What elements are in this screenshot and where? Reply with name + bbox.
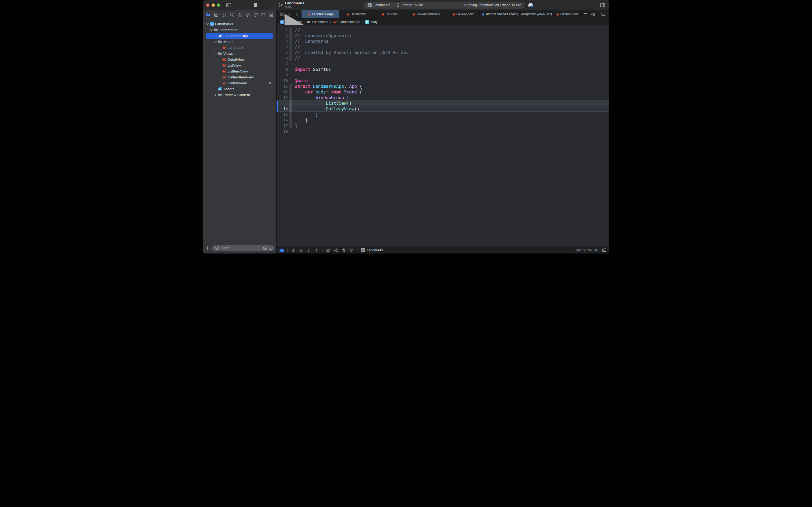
modified-badge: M xyxy=(243,34,246,37)
code-line[interactable]: 16 } xyxy=(277,117,609,123)
navigator-debug-gauge-button[interactable] xyxy=(252,11,259,18)
navigator-project-button[interactable] xyxy=(205,11,212,18)
fold-ribbon xyxy=(289,112,292,117)
code-line[interactable]: 2// LandmarksApp.swift xyxy=(277,33,609,39)
fold-ribbon xyxy=(289,44,292,50)
close-window-button[interactable] xyxy=(206,3,210,7)
disclosure-spacer xyxy=(214,87,217,91)
view-hierarchy-icon[interactable] xyxy=(326,248,330,252)
pause-icon[interactable] xyxy=(291,248,295,252)
tree-item-detailview[interactable]: DetailView xyxy=(203,56,276,62)
app-icon: A xyxy=(361,248,365,252)
memory-graph-icon[interactable] xyxy=(334,248,338,252)
git-branch-icon xyxy=(279,2,283,8)
minimize-window-button[interactable] xyxy=(212,3,215,7)
location-icon[interactable] xyxy=(349,248,354,252)
step-over-icon[interactable] xyxy=(299,248,303,252)
tab-listview[interactable]: ListView xyxy=(372,10,406,18)
code-line[interactable]: 15 } xyxy=(277,112,609,117)
code-line[interactable]: 10@main xyxy=(277,78,609,83)
editor-options-icon[interactable] xyxy=(591,12,595,16)
code-line-highlighted[interactable]: ListView() xyxy=(277,101,609,106)
source-editor[interactable]: 1//2// LandmarksApp.swift3// Landmarks4/… xyxy=(277,25,609,246)
disclosure-down-icon[interactable] xyxy=(214,40,217,44)
toggle-left-sidebar-icon[interactable] xyxy=(226,2,232,8)
tree-item-model[interactable]: Model xyxy=(203,39,276,45)
code-line[interactable]: 1// xyxy=(277,27,609,33)
scheme-selector[interactable]: A Landmarks ⟩ iPhone 15 Pro Running Land… xyxy=(364,2,524,9)
code-text: WindowGroup { xyxy=(295,95,349,101)
tree-item-galleryview[interactable]: GalleryViewM xyxy=(203,80,276,86)
code-line[interactable]: 8import SwiftUI xyxy=(277,67,609,72)
zoom-window-button[interactable] xyxy=(217,3,220,7)
code-line[interactable]: 18 xyxy=(277,129,609,134)
cloud-activity-icon[interactable] xyxy=(527,2,533,8)
navigator-issues-button[interactable] xyxy=(236,11,243,18)
add-editor-icon[interactable] xyxy=(601,12,605,16)
scheme-destination[interactable]: A Landmarks ⟩ iPhone 15 Pro xyxy=(367,3,423,7)
tab-almost-finished-adding-alleryview-d0475b7[interactable]: Almost finished adding...alleryView. (d0… xyxy=(479,10,554,18)
tree-item-assets[interactable]: Assets xyxy=(203,86,276,92)
code-line[interactable]: 9 xyxy=(277,72,609,78)
recent-files-clock-icon[interactable] xyxy=(263,246,267,250)
code-line[interactable]: 13 WindowGroup { xyxy=(277,95,609,101)
tree-item-landmarksapp[interactable]: LandmarksAppM xyxy=(203,33,276,39)
navigator-breakpoints-button[interactable] xyxy=(260,11,267,18)
tab-galleryview[interactable]: GalleryView xyxy=(446,10,479,18)
line-number: 4 xyxy=(277,44,288,50)
navigator-bookmarks-button[interactable] xyxy=(221,11,228,18)
add-button-toolbar[interactable] xyxy=(587,3,592,7)
window-title-block: Landmarks main xyxy=(285,1,304,9)
breadcrumb-item-body[interactable]: Pbody xyxy=(365,20,378,24)
filter-field[interactable]: Filter xyxy=(212,245,274,251)
environment-overrides-icon[interactable] xyxy=(342,248,346,252)
code-line[interactable]: 12 var body: some Scene { xyxy=(277,89,609,95)
tree-item-landmark[interactable]: Landmark xyxy=(203,45,276,51)
running-app-indicator[interactable]: A Landmarks xyxy=(361,248,384,252)
fold-ribbon xyxy=(289,33,292,39)
tab-galleryitemview[interactable]: GalleryItemView xyxy=(406,10,446,18)
navigator-tests-button[interactable] xyxy=(244,11,251,18)
disclosure-right-icon[interactable] xyxy=(214,93,217,97)
swift-icon xyxy=(222,69,226,73)
tree-item-preview-content[interactable]: Preview Content xyxy=(203,92,276,98)
disclosure-down-icon[interactable] xyxy=(214,52,217,55)
toggle-right-inspector-icon[interactable] xyxy=(600,2,605,8)
code-review-icon[interactable] xyxy=(583,12,588,16)
fold-ribbon xyxy=(289,117,292,123)
code-line[interactable]: 7 xyxy=(277,61,609,67)
toggle-debug-area-icon[interactable] xyxy=(602,248,606,252)
line-number: 15 xyxy=(277,112,288,117)
editor-actions xyxy=(581,10,609,18)
step-out-icon[interactable] xyxy=(314,248,319,252)
code-line[interactable]: 4// xyxy=(277,44,609,50)
tree-item-galleryitemview[interactable]: GalleryItemView xyxy=(203,74,276,80)
add-file-button[interactable] xyxy=(205,246,210,250)
navigator-find-button[interactable] xyxy=(229,11,235,18)
disclosure-down-icon[interactable] xyxy=(210,28,213,32)
code-line[interactable]: 11struct LandmarksApp: App { xyxy=(277,83,609,89)
filter-options-icon[interactable] xyxy=(214,246,221,250)
tree-item-landmarks[interactable]: Landmarks xyxy=(203,27,276,33)
tree-item-views[interactable]: Views xyxy=(203,51,276,56)
code-line[interactable]: 17} xyxy=(277,123,609,129)
tab-listitemview[interactable]: ListItemView xyxy=(554,10,581,18)
scheme-device-name: iPhone 15 Pro xyxy=(402,3,423,7)
project-title: Landmarks xyxy=(285,1,304,5)
code-line[interactable]: 5// Created by Russell Gordon on 2024-01… xyxy=(277,50,609,55)
disclosure-down-icon[interactable] xyxy=(206,22,209,26)
tree-item-listview[interactable]: ListView xyxy=(203,62,276,68)
tree-item-landmarks[interactable]: ALandmarks xyxy=(203,21,276,27)
code-text: // xyxy=(295,55,300,61)
stop-button[interactable] xyxy=(254,3,257,7)
code-line-highlighted[interactable]: 14 GalleryView() xyxy=(277,106,609,112)
tree-item-label: Landmarks xyxy=(219,28,237,32)
code-line[interactable]: 6// xyxy=(277,55,609,61)
code-line[interactable]: 3// Landmarks xyxy=(277,39,609,44)
step-into-icon[interactable] xyxy=(307,248,311,252)
navigator-source-control-button[interactable] xyxy=(213,11,220,18)
debug-area-toggle[interactable] xyxy=(280,249,284,252)
source-control-status-filter-icon[interactable] xyxy=(269,246,273,250)
tree-item-listitemview[interactable]: ListItemView xyxy=(203,68,276,74)
debug-controls xyxy=(280,248,357,252)
